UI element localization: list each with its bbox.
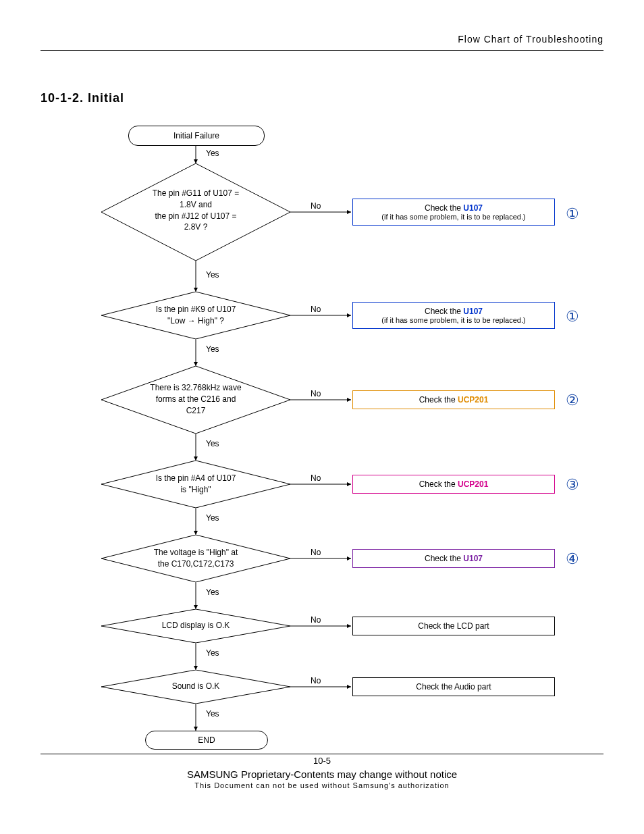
decision-d2: Is the pin #K9 of U107 "Low → High" ? [101, 292, 290, 339]
action-a5: Check the U107 [352, 549, 555, 568]
marker-1a: ① [566, 205, 579, 223]
edge-yes: Yes [206, 709, 219, 719]
d1-line1: The pin #G11 of U107 = [101, 188, 290, 199]
d4-line2: is "High" [101, 484, 290, 496]
edge-yes: Yes [206, 648, 219, 658]
marker-2: ② [566, 392, 579, 409]
action-a6: Check the LCD part [352, 617, 555, 635]
d4-line1: Is the pin #A4 of U107 [101, 473, 290, 484]
action-a1: Check the U107 (if it has some problem, … [352, 199, 555, 226]
action-a2: Check the U107 (if it has some problem, … [352, 302, 555, 329]
a5-comp: U107 [463, 554, 483, 563]
page-number: 10-5 [41, 756, 603, 766]
d5-line1: The voltage is "High" at [101, 547, 290, 558]
edge-yes: Yes [206, 588, 219, 597]
edge-yes: Yes [206, 270, 219, 280]
a7-text: Check the Audio part [416, 682, 491, 692]
authorization-line: This Document can not be used without Sa… [41, 781, 603, 789]
a1-pre: Check the [425, 203, 463, 213]
decision-d6: LCD display is O.K [101, 609, 290, 643]
d1-line3: the pin #J12 of U107 = [101, 211, 290, 222]
edge-no: No [311, 473, 321, 483]
a3-pre: Check the [419, 395, 458, 405]
edge-no: No [311, 389, 321, 398]
d1-line2: 1.8V and [101, 199, 290, 211]
d7-line: Sound is O.K [101, 681, 290, 692]
edge-no: No [311, 548, 321, 557]
action-a3: Check the UCP201 [352, 390, 555, 409]
edge-yes: Yes [206, 149, 219, 158]
a1-sub: (if it has some problem, it is to be rep… [381, 213, 525, 221]
edge-yes: Yes [206, 513, 219, 523]
marker-4: ④ [566, 550, 579, 568]
page-footer: 10-5 SAMSUNG Proprietary-Contents may ch… [41, 754, 603, 789]
terminator-start-label: Initial Failure [173, 131, 219, 140]
decision-d4: Is the pin #A4 of U107 is "High" [101, 461, 290, 508]
edge-no: No [311, 676, 321, 685]
a2-sub: (if it has some problem, it is to be rep… [381, 316, 525, 324]
decision-d7: Sound is O.K [101, 670, 290, 704]
d3-line2: forms at the C216 and [101, 394, 290, 405]
page-header: Flow Chart of Troubleshooting [41, 34, 603, 51]
d6-line: LCD display is O.K [101, 620, 290, 631]
d2-line1: Is the pin #K9 of U107 [101, 304, 290, 315]
decision-d1: The pin #G11 of U107 = 1.8V and the pin … [101, 163, 290, 261]
d2-line2: "Low → High" ? [101, 315, 290, 327]
header-title: Flow Chart of Troubleshooting [458, 34, 603, 45]
decision-d3: There is 32.768kHz wave forms at the C21… [101, 366, 290, 434]
terminator-end-label: END [198, 735, 215, 745]
marker-3: ③ [566, 476, 579, 494]
d3-line1: There is 32.768kHz wave [101, 382, 290, 394]
edge-no: No [311, 305, 321, 314]
a1-comp: U107 [463, 203, 483, 213]
page: Flow Chart of Troubleshooting 10-1-2. In… [0, 0, 644, 810]
a3-comp: UCP201 [458, 395, 488, 405]
a2-pre: Check the [425, 307, 463, 316]
action-a7: Check the Audio part [352, 677, 555, 696]
a5-pre: Check the [425, 554, 463, 563]
a2-comp: U107 [463, 307, 483, 316]
decision-d5: The voltage is "High" at the C170,C172,C… [101, 535, 290, 582]
edge-no: No [311, 615, 321, 625]
marker-1b: ① [566, 308, 579, 325]
a4-comp: UCP201 [458, 479, 488, 489]
d3-line3: C217 [101, 405, 290, 417]
proprietary-line: SAMSUNG Proprietary-Contents may change … [41, 768, 603, 780]
terminator-start: Initial Failure [128, 126, 265, 146]
flowchart: Initial Failure Yes The pin #G11 of U107… [61, 126, 587, 754]
d1-line4: 2.8V ? [101, 221, 290, 233]
d5-line2: the C170,C172,C173 [101, 558, 290, 570]
action-a4: Check the UCP201 [352, 475, 555, 494]
edge-yes: Yes [206, 439, 219, 448]
edge-no: No [311, 201, 321, 211]
a6-text: Check the LCD part [418, 621, 489, 631]
a4-pre: Check the [419, 479, 458, 489]
section-title: 10-1-2. Initial [41, 91, 603, 105]
edge-yes: Yes [206, 344, 219, 354]
terminator-end: END [145, 731, 268, 750]
